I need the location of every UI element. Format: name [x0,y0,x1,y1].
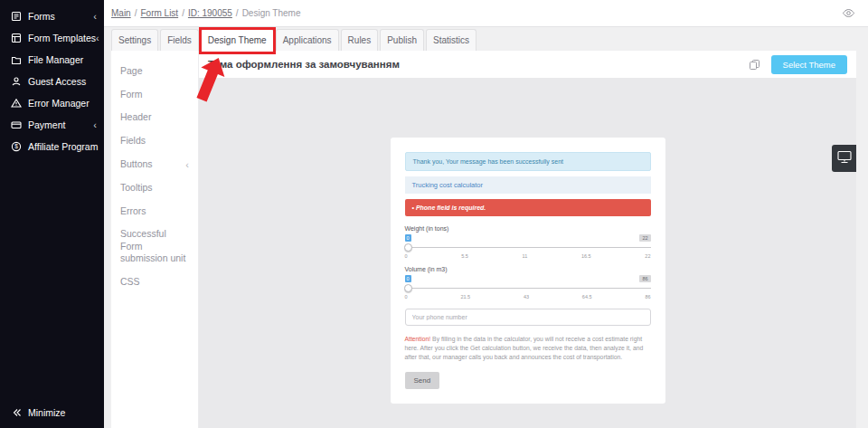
weight-max-badge: 22 [639,234,650,242]
breadcrumb-separator: / [182,8,184,18]
tab-applications[interactable]: Applications [276,29,339,51]
tab-fields[interactable]: Fields [160,29,199,51]
sidebar-item-label: Guest Access [28,76,97,87]
sidebar-item-label: Payment [28,119,93,130]
affiliate-program-icon: $ [11,141,22,152]
sidebar-item-forms[interactable]: Forms ‹ [0,5,104,27]
sidebar-item-label: Forms [28,11,93,22]
weight-slider-label: Weight (in tons) [405,225,651,232]
send-button[interactable]: Send [405,372,440,389]
volume-slider[interactable] [405,284,651,293]
volume-slider-block: Volume (in m3) 0 86 0 21.5 4 [405,266,651,300]
volume-slider-label: Volume (in m3) [405,266,651,272]
attention-note: Attention! By filling in the data in the… [405,335,651,362]
weight-value-badge: 0 [405,234,411,242]
monitor-icon [837,150,852,167]
weight-slider[interactable] [405,243,651,252]
design-panel-item-errors[interactable]: Errors [111,200,198,224]
chevron-left-icon: ‹ [185,158,189,171]
chevron-left-icon: ‹ [93,12,97,22]
design-panel-item-form[interactable]: Form [111,83,198,107]
breadcrumb: Main / Form List / ID: 190055 / Design T… [111,8,301,18]
weight-slider-handle[interactable] [404,243,412,252]
sidebar-item-affiliate-program[interactable]: $ Affiliate Program [0,136,104,157]
form-preview-title[interactable]: Trucking cost calculator [405,176,651,194]
sidebar-item-guest-access[interactable]: Guest Access [0,71,104,92]
phone-input[interactable] [405,309,651,326]
minimize-icon [11,407,22,418]
page-title: Тема оформлення за замовчуванням [208,59,400,70]
error-manager-icon [11,98,22,109]
file-manager-icon [11,54,22,65]
minimize-button[interactable]: Minimize [0,401,104,424]
error-alert: • Phone field is required. [405,199,651,216]
main-area: Main / Form List / ID: 190055 / Design T… [104,0,868,428]
success-alert: Thank you, Your message has been success… [405,152,651,171]
design-panel: Page Form Header Fields Buttons ‹ Toolti… [111,51,199,428]
breadcrumb-main-link[interactable]: Main [111,8,131,18]
weight-slider-block: Weight (in tons) 0 22 0 5.5 [405,225,651,259]
sidebar-item-error-manager[interactable]: Error Manager [0,92,104,114]
volume-max-badge: 86 [639,275,650,282]
payment-icon [11,119,22,130]
tab-publish[interactable]: Publish [380,29,424,51]
topbar: Main / Form List / ID: 190055 / Design T… [104,0,868,27]
content: Тема оформлення за замовчуванням Select … [199,51,856,428]
design-panel-item-tooltips[interactable]: Tooltips [111,176,198,200]
tab-rules[interactable]: Rules [341,29,379,51]
preview-area: Thank you, Your message has been success… [199,78,856,428]
app-root: Forms ‹ Form Templates ‹ File Manager [0,0,868,428]
forms-icon [11,11,22,22]
sidebar-item-label: Error Manager [28,98,97,109]
sidebar-item-form-templates[interactable]: Form Templates ‹ [0,27,104,49]
design-panel-item-css[interactable]: CSS [111,271,198,294]
sidebar-item-payment[interactable]: Payment ‹ [0,114,104,136]
chevron-left-icon: ‹ [93,120,97,130]
sidebar-item-file-manager[interactable]: File Manager [0,49,104,71]
breadcrumb-form-list-link[interactable]: Form List [140,8,178,18]
volume-value-badge: 0 [405,275,411,282]
design-panel-item-fields[interactable]: Fields [111,129,198,153]
sidebar-nav: Forms ‹ Form Templates ‹ File Manager [0,0,104,157]
design-panel-item-header[interactable]: Header [111,106,198,129]
volume-slider-handle[interactable] [404,284,412,292]
weight-slider-scale: 0 5.5 11 16.5 22 [405,253,651,259]
breadcrumb-separator: / [135,8,137,18]
copy-theme-icon[interactable] [749,59,760,71]
design-panel-item-buttons[interactable]: Buttons ‹ [111,153,198,176]
form-preview-card: Thank you, Your message has been success… [391,138,665,404]
design-panel-item-success-unit[interactable]: Successful Form submission unit [111,223,198,271]
tab-design-theme[interactable]: Design Theme [201,29,274,51]
volume-slider-scale: 0 21.5 43 64.5 86 [405,294,651,300]
design-panel-item-page[interactable]: Page [111,60,198,83]
tab-settings[interactable]: Settings [111,29,158,51]
chevron-left-icon: ‹ [96,33,99,43]
tab-statistics[interactable]: Statistics [426,29,476,51]
form-templates-icon [11,33,22,43]
attention-highlight: Attention! [405,336,431,342]
tab-design-theme-label: Design Theme [208,35,267,45]
sidebar: Forms ‹ Form Templates ‹ File Manager [0,0,104,428]
breadcrumb-current: Design Theme [242,8,301,18]
eye-icon[interactable] [842,8,855,18]
sidebar-item-label: File Manager [28,54,97,65]
breadcrumb-form-id-link[interactable]: ID: 190055 [188,8,232,18]
sidebar-item-label: Form Templates [28,33,96,43]
desktop-preview-button[interactable] [832,145,856,172]
sidebar-item-label: Affiliate Program [28,141,98,152]
svg-text:$: $ [14,143,18,149]
attention-body: By filling in the data in the calculator… [405,336,644,360]
content-header: Тема оформлення за замовчуванням Select … [199,51,856,78]
guest-access-icon [11,76,22,87]
content-row: Page Form Header Fields Buttons ‹ Toolti… [104,51,868,428]
breadcrumb-separator: / [236,8,239,18]
tabs-bar: Settings Fields Design Theme Application… [104,27,868,51]
select-theme-button[interactable]: Select Theme [771,55,847,74]
minimize-label: Minimize [28,407,65,418]
